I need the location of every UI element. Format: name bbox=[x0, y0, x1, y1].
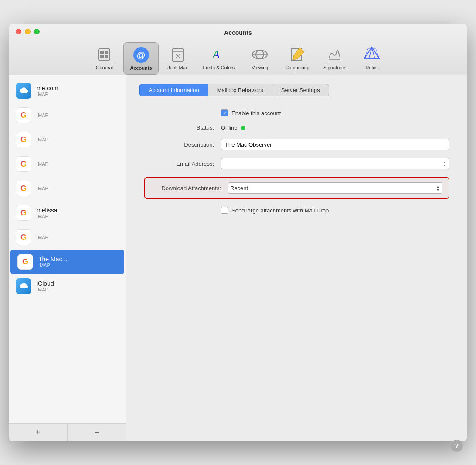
download-attachments-value: Recent bbox=[230, 185, 435, 191]
toolbar: General @ Accounts bbox=[16, 40, 460, 75]
composing-label: Composing bbox=[285, 65, 309, 70]
account-text-google2: IMAP bbox=[37, 137, 48, 142]
toolbar-item-composing[interactable]: Composing bbox=[279, 42, 316, 75]
google-icon-1: G bbox=[16, 107, 31, 123]
account-list: me.com IMAP G IMAP bbox=[9, 75, 126, 423]
send-large-label: Send large attachments with Mail Drop bbox=[231, 207, 329, 214]
account-text-themac: The Mac... IMAP bbox=[38, 256, 67, 268]
toolbar-item-viewing[interactable]: Viewing bbox=[242, 42, 277, 75]
enable-account-label: Enable this account bbox=[231, 110, 281, 116]
junk-mail-icon bbox=[169, 46, 187, 63]
google-icon-2: G bbox=[16, 132, 31, 147]
account-name-melissa: melissa... bbox=[37, 207, 62, 214]
account-name-icloud: iCloud bbox=[37, 280, 54, 287]
signatures-label: Signatures bbox=[323, 65, 347, 70]
toolbar-item-signatures[interactable]: Signatures bbox=[317, 42, 353, 75]
account-item-google4[interactable]: G IMAP bbox=[9, 176, 126, 201]
account-text-google5: IMAP bbox=[37, 235, 48, 240]
account-text-google4: IMAP bbox=[37, 186, 48, 191]
account-item-mecom[interactable]: me.com IMAP bbox=[9, 79, 126, 103]
email-address-input[interactable] bbox=[223, 161, 442, 167]
email-address-label: Email Address: bbox=[144, 161, 214, 167]
account-type-google4: IMAP bbox=[37, 186, 48, 191]
account-type-google1: IMAP bbox=[37, 113, 48, 118]
email-address-control: ▲ ▼ bbox=[221, 158, 449, 169]
toolbar-item-rules[interactable]: Rules bbox=[354, 42, 389, 75]
tab-account-information[interactable]: Account Information bbox=[139, 84, 208, 96]
svg-rect-0 bbox=[99, 49, 110, 60]
download-stepper-arrows: ▲ ▼ bbox=[435, 185, 440, 191]
status-value: Online bbox=[221, 124, 238, 131]
account-type-melissa: IMAP bbox=[37, 214, 62, 219]
account-type-mecom: IMAP bbox=[37, 92, 58, 97]
tab-mailbox-behaviors[interactable]: Mailbox Behaviors bbox=[208, 84, 272, 96]
icloud-icon bbox=[16, 83, 31, 99]
download-attachments-label: Download Attachments: bbox=[151, 185, 221, 191]
enable-account-row: ✓ Enable this account bbox=[221, 109, 449, 116]
account-item-melissa[interactable]: G melissa... IMAP bbox=[9, 201, 126, 225]
status-control: Online bbox=[221, 124, 449, 131]
email-stepper-arrows: ▲ ▼ bbox=[442, 161, 447, 167]
account-item-google3[interactable]: G IMAP bbox=[9, 152, 126, 176]
account-type-google2: IMAP bbox=[37, 137, 48, 142]
tabs: Account Information Mailbox Behaviors Se… bbox=[139, 84, 454, 96]
accounts-icon: @ bbox=[133, 46, 150, 64]
google-icon-4: G bbox=[16, 181, 31, 196]
fonts-colors-icon: A bbox=[210, 46, 228, 63]
general-label: General bbox=[96, 65, 113, 70]
account-type-google3: IMAP bbox=[37, 161, 48, 167]
account-item-google1[interactable]: G IMAP bbox=[9, 103, 126, 127]
account-item-google5[interactable]: G IMAP bbox=[9, 225, 126, 250]
titlebar: Accounts General @ bbox=[9, 24, 467, 75]
accounts-label: Accounts bbox=[130, 65, 152, 71]
toolbar-item-junk-mail[interactable]: Junk Mail bbox=[160, 42, 195, 75]
enable-account-checkbox[interactable]: ✓ bbox=[221, 109, 228, 116]
minimize-button[interactable] bbox=[25, 29, 31, 34]
account-item-themac[interactable]: G The Mac... IMAP bbox=[10, 250, 124, 274]
status-row: Status: Online bbox=[144, 124, 449, 131]
toolbar-item-fonts-colors[interactable]: A Fonts & Colors bbox=[197, 42, 241, 75]
email-address-row: Email Address: ▲ ▼ bbox=[144, 158, 449, 169]
account-type-icloud: IMAP bbox=[37, 287, 54, 292]
add-account-button[interactable]: + bbox=[9, 424, 67, 441]
content-area: me.com IMAP G IMAP bbox=[9, 75, 467, 441]
account-type-themac: IMAP bbox=[38, 263, 67, 268]
online-indicator-dot bbox=[241, 126, 245, 130]
svg-marker-19 bbox=[364, 49, 379, 58]
svg-text:A: A bbox=[211, 48, 220, 61]
maximize-button[interactable] bbox=[34, 29, 40, 34]
viewing-label: Viewing bbox=[252, 65, 268, 70]
svg-rect-3 bbox=[100, 55, 104, 58]
download-attachments-select[interactable]: Recent ▲ ▼ bbox=[228, 182, 442, 194]
remove-account-button[interactable]: − bbox=[68, 424, 126, 441]
account-name-mecom: me.com bbox=[37, 85, 58, 92]
junk-mail-label: Junk Mail bbox=[167, 65, 187, 70]
traffic-lights bbox=[16, 29, 40, 34]
main-panel: Account Information Mailbox Behaviors Se… bbox=[126, 75, 467, 441]
tab-server-settings[interactable]: Server Settings bbox=[272, 84, 329, 96]
account-information-form: ✓ Enable this account Status: Online bbox=[144, 109, 449, 214]
svg-rect-1 bbox=[100, 51, 104, 54]
toolbar-item-general[interactable]: General bbox=[87, 42, 122, 75]
fonts-colors-label: Fonts & Colors bbox=[203, 65, 235, 70]
account-type-google5: IMAP bbox=[37, 235, 48, 240]
status-indicator: Online bbox=[221, 124, 245, 131]
account-text-google1: IMAP bbox=[37, 113, 48, 118]
download-attachments-row: Download Attachments: Recent ▲ ▼ bbox=[144, 177, 449, 199]
send-large-checkbox[interactable] bbox=[221, 207, 228, 214]
description-label: Description: bbox=[144, 141, 214, 148]
checkmark-icon: ✓ bbox=[223, 110, 227, 116]
account-item-google2[interactable]: G IMAP bbox=[9, 127, 126, 152]
rules-label: Rules bbox=[365, 65, 377, 70]
general-icon bbox=[95, 46, 113, 63]
help-button[interactable]: ? bbox=[451, 440, 463, 452]
account-text-melissa: melissa... IMAP bbox=[37, 207, 62, 219]
account-text-mecom: me.com IMAP bbox=[37, 85, 58, 97]
status-label: Status: bbox=[144, 124, 214, 131]
description-input[interactable] bbox=[221, 139, 449, 150]
toolbar-item-accounts[interactable]: @ Accounts bbox=[123, 42, 158, 75]
account-item-icloud[interactable]: iCloud IMAP bbox=[9, 274, 126, 298]
close-button[interactable] bbox=[16, 29, 21, 34]
google-icon-melissa: G bbox=[16, 205, 31, 221]
mail-preferences-window: Accounts General @ bbox=[9, 24, 467, 441]
